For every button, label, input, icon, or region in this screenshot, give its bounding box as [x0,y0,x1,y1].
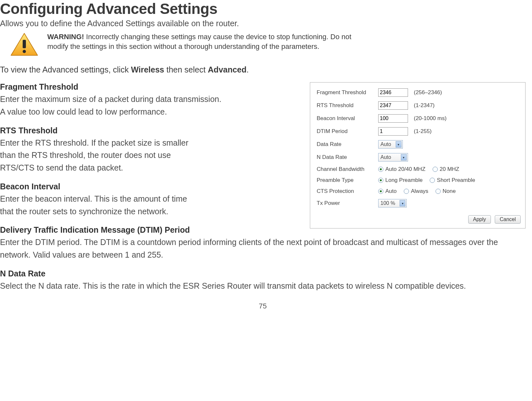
row-fragment-threshold: Fragment Threshold (256–2346) [317,88,521,97]
row-n-data-rate: N Data Rate Auto ▾ [317,153,521,162]
label-preamble-type: Preamble Type [317,177,378,184]
warning-label: WARNING! [47,33,84,41]
nav-link-wireless: Wireless [131,65,164,74]
radio-channel-20mhz[interactable]: 20 MHZ [433,166,459,173]
row-tx-power: Tx Power 100 % ▾ [317,199,521,207]
warning-icon [10,32,39,59]
select-data-rate-value: Auto [380,141,396,147]
section-head-ndata: N Data Rate [0,269,526,278]
page-title: Configuring Advanced Settings [0,0,526,17]
radio-label-cts-auto: Auto [385,188,397,195]
nav-prefix: To view the Advanced settings, click [0,65,131,74]
label-fragment-threshold: Fragment Threshold [317,89,378,96]
warning-body: Incorrectly changing these settings may … [47,33,351,50]
page-subtitle: Allows you to define the Advanced Settin… [0,19,526,28]
label-channel-bandwidth: Channel Bandwidth [317,166,378,173]
radio-label-cts-none: None [443,188,456,195]
radio-cts-none[interactable]: None [436,188,456,195]
svg-rect-1 [23,40,26,48]
input-fragment-threshold[interactable] [378,88,408,97]
row-cts-protection: CTS Protection Auto Always None [317,188,521,195]
nav-link-advanced: Advanced [208,65,246,74]
svg-point-2 [23,50,26,53]
section-body-dtim: Enter the DTIM period. The DTIM is a cou… [0,236,526,261]
radio-icon [378,167,383,172]
radio-icon [433,167,438,172]
radio-preamble-short[interactable]: Short Preamble [430,177,475,184]
input-dtim-period[interactable] [378,127,408,136]
label-n-data-rate: N Data Rate [317,154,378,161]
radio-icon [430,178,435,183]
radio-icon [404,189,409,194]
row-rts-threshold: RTS Threshold (1-2347) [317,101,521,110]
radio-icon [378,189,383,194]
apply-button[interactable]: Apply [468,215,491,224]
radio-label-preamble-short: Short Preamble [437,177,475,184]
chevron-down-icon: ▾ [400,200,405,206]
radio-label-preamble-long: Long Preamble [385,177,423,184]
radio-label-channel-20mhz: 20 MHZ [440,166,459,173]
label-cts-protection: CTS Protection [317,188,378,195]
select-tx-power[interactable]: 100 % ▾ [378,199,407,207]
radio-icon [378,178,383,183]
label-beacon-interval: Beacon Interval [317,115,378,122]
range-dtim-period: (1-255) [414,128,432,135]
range-rts-threshold: (1-2347) [414,102,435,109]
label-rts-threshold: RTS Threshold [317,102,378,109]
radio-icon [436,189,441,194]
nav-instruction: To view the Advanced settings, click Wir… [0,65,526,74]
chevron-down-icon: ▾ [396,141,402,148]
radio-label-channel-auto: Auto 20/40 MHZ [385,166,425,173]
warning-text: WARNING! Incorrectly changing these sett… [47,32,365,51]
row-data-rate: Data Rate Auto ▾ [317,140,521,149]
select-data-rate[interactable]: Auto ▾ [378,140,403,149]
radio-cts-auto[interactable]: Auto [378,188,397,195]
warning-row: WARNING! Incorrectly changing these sett… [10,32,526,59]
input-rts-threshold[interactable] [378,101,408,110]
label-tx-power: Tx Power [317,200,378,206]
row-dtim-period: DTIM Period (1-255) [317,127,521,136]
select-n-data-rate[interactable]: Auto ▾ [378,153,408,162]
chevron-down-icon: ▾ [401,154,407,161]
select-tx-power-value: 100 % [380,200,400,206]
radio-cts-always[interactable]: Always [404,188,428,195]
radio-channel-auto[interactable]: Auto 20/40 MHZ [378,166,425,173]
row-channel-bandwidth: Channel Bandwidth Auto 20/40 MHZ 20 MHZ [317,166,521,173]
input-beacon-interval[interactable] [378,114,408,123]
nav-suffix: . [246,65,249,74]
page-number: 75 [0,302,526,310]
row-beacon-interval: Beacon Interval (20-1000 ms) [317,114,521,123]
label-dtim-period: DTIM Period [317,128,378,135]
nav-mid: then select [164,65,208,74]
select-n-data-rate-value: Auto [380,154,401,160]
range-fragment-threshold: (256–2346) [414,89,442,96]
row-preamble-type: Preamble Type Long Preamble Short Preamb… [317,177,521,184]
section-body-beacon: Enter the beacon interval. This is the a… [0,193,194,218]
settings-panel: Fragment Threshold (256–2346) RTS Thresh… [310,82,526,228]
radio-label-cts-always: Always [411,188,428,195]
section-body-ndata: Select the N data rate. This is the rate… [0,280,526,292]
radio-preamble-long[interactable]: Long Preamble [378,177,423,184]
section-body-rts: Enter the RTS threshold. If the packet s… [0,137,194,174]
label-data-rate: Data Rate [317,141,378,148]
range-beacon-interval: (20-1000 ms) [414,115,447,122]
cancel-button[interactable]: Cancel [495,215,521,224]
